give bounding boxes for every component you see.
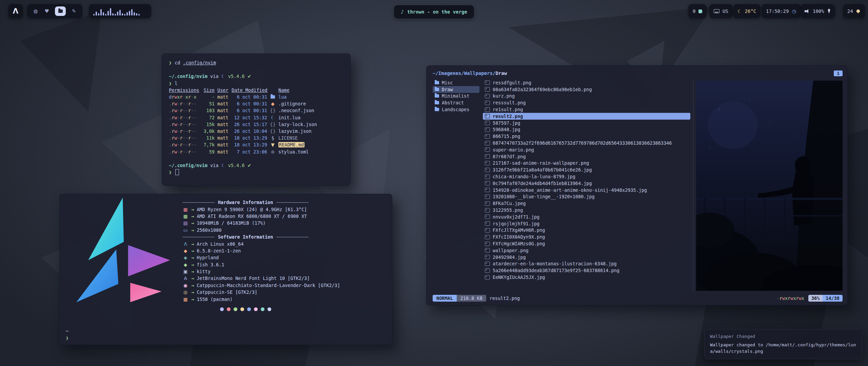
image-file-icon bbox=[485, 208, 490, 212]
file-permissions: .rw-r--r-- bbox=[169, 101, 199, 106]
file-entry[interactable]: 596848.jpg bbox=[483, 126, 690, 133]
cava-bars bbox=[93, 7, 147, 16]
sidebar-folder[interactable]: Abstract bbox=[433, 99, 479, 106]
cava-bar bbox=[98, 13, 99, 16]
file-entry[interactable]: 217167-sad-anime-rain-wallpaper.png bbox=[483, 160, 690, 167]
perm-char: r bbox=[780, 296, 782, 301]
music-note-icon: ♪ bbox=[401, 9, 404, 15]
launcher-button[interactable]: Λ bbox=[8, 4, 23, 18]
perm-char: - bbox=[177, 108, 180, 113]
file-entry[interactable]: FXfcJlTXgAMvH6R.png bbox=[483, 227, 690, 234]
file-entry[interactable]: 20492984.jpg bbox=[483, 254, 690, 261]
file-type-icon: {} bbox=[270, 108, 276, 113]
file-permissions: .rw-r--r-- bbox=[169, 128, 199, 134]
workspace-files-icon[interactable] bbox=[55, 6, 66, 16]
file-entry[interactable]: 87r687df.png bbox=[483, 153, 690, 160]
tab-badge[interactable]: 1 bbox=[834, 70, 843, 76]
file-name: .gitignore bbox=[278, 101, 306, 106]
status-filename: result2.png bbox=[490, 296, 520, 301]
file-entry[interactable]: atardecer-en-la-montanas-ilustracion-634… bbox=[483, 261, 690, 267]
file-entry[interactable]: chica-mirando-la-luna-8799.jpg bbox=[483, 173, 690, 180]
file-entry[interactable]: EeNKYgIUcAAJ5JX.jpg bbox=[483, 274, 690, 281]
keyboard-layout-widget[interactable]: US bbox=[709, 4, 733, 18]
display-icon: ▭ bbox=[182, 227, 189, 233]
info-row: ▦→AMD Ryzen 9 5900X (24) @ 4.9GHz [61.3°… bbox=[182, 206, 309, 212]
file-entry[interactable]: 08a634fa02a32364f69ebc86a98eb1eb.png bbox=[483, 86, 690, 93]
workspace-design-icon[interactable]: ✎ bbox=[71, 6, 77, 16]
file-entry[interactable]: 3126f7e9bbf21a8a4af0b67b041c6e26.jpg bbox=[483, 166, 690, 173]
file-entry[interactable]: FXfcII0X0AQyn9X.png bbox=[483, 233, 690, 240]
file-name: 87r687df.png bbox=[493, 154, 526, 159]
file-entry[interactable]: ressdfgult.png bbox=[483, 79, 690, 86]
updates-widget[interactable]: 0 bbox=[688, 4, 707, 18]
perm-char: . bbox=[169, 101, 172, 106]
palette-dot bbox=[240, 307, 244, 311]
file-entry[interactable]: re1sult.png bbox=[483, 106, 690, 113]
perm-char: - bbox=[194, 108, 196, 113]
file-entry[interactable]: 3122955.png bbox=[483, 207, 690, 214]
file-entry[interactable]: 0c794faf07de24a4db4d4fb1eb813964.jpg bbox=[483, 180, 690, 187]
notification-popup[interactable]: Wallpaper Changed Wallpaper changed to /… bbox=[704, 329, 862, 359]
file-entry[interactable]: 866715.png bbox=[483, 133, 690, 140]
info-row: A→JetBrainsMono Nerd Font Light 10 [GTK2… bbox=[182, 275, 309, 282]
cava-bar bbox=[136, 13, 137, 16]
sidebar-folder[interactable]: Misc bbox=[433, 79, 479, 86]
clock-time: 17:50:29 bbox=[766, 8, 789, 14]
file-entry[interactable]: super-mario.png bbox=[483, 146, 690, 153]
perm-char: - bbox=[194, 135, 196, 141]
workspace-switcher: ◍♥✎ bbox=[27, 4, 82, 18]
folder-icon bbox=[435, 88, 439, 91]
command-cd-arg: .config/nvim bbox=[183, 60, 216, 65]
workspace-browser-icon[interactable]: ◍ bbox=[33, 6, 39, 16]
file-name: re1sult.png bbox=[493, 107, 523, 112]
file-entry[interactable]: 5a266e448add93deab367d87173e9f25-6837886… bbox=[483, 267, 690, 274]
file-entry[interactable]: nnvuv0xj2df71.jpg bbox=[483, 214, 690, 220]
notifications-widget[interactable]: 24 bbox=[843, 4, 865, 18]
file-entry[interactable]: wallpaper.png bbox=[483, 247, 690, 254]
file-row: .rw-r--r--15kmatt26 oct 15:17{}lazy-lock… bbox=[169, 121, 343, 128]
distro-logo bbox=[64, 196, 177, 303]
perm-char: d bbox=[169, 94, 172, 100]
image-file-icon bbox=[485, 248, 490, 252]
file-entry[interactable]: resssult.png bbox=[483, 99, 690, 106]
prompt-path: ~/.config/nvim bbox=[169, 74, 208, 79]
file-name: wallpaper.png bbox=[493, 248, 529, 253]
file-entry[interactable]: 154928-odinokoe_anime-art-anime-okno-sin… bbox=[483, 187, 690, 194]
file-entry[interactable]: 68747470733a2f2f696d616765732d7769786d70… bbox=[483, 140, 690, 146]
prompt-path: ~ bbox=[66, 328, 68, 335]
media-player-widget[interactable]: ♪ thrown - on the verge bbox=[394, 5, 474, 19]
workspace-chat-icon[interactable]: ♥ bbox=[44, 6, 50, 16]
arrow-icon: → bbox=[191, 207, 194, 212]
file-entry[interactable]: rsjqojlmjhf91.jpg bbox=[483, 220, 690, 227]
perm-char: - bbox=[777, 296, 780, 301]
volume-widget[interactable]: 100% bbox=[800, 4, 835, 18]
arrow-icon: → bbox=[191, 227, 194, 233]
arrow-icon: → bbox=[191, 289, 194, 295]
file-entry[interactable]: result2.png bbox=[483, 113, 690, 120]
file-entry[interactable]: 8FKa7Cu.jpeg bbox=[483, 200, 690, 207]
clock-widget[interactable]: 17:50:29 ◷ bbox=[762, 4, 801, 18]
file-entry[interactable]: 19201080-__blue-tinge__-1920×1080.jpg bbox=[483, 194, 690, 200]
palette-dot bbox=[268, 307, 271, 311]
sidebar-folder[interactable]: Landscapes bbox=[433, 106, 479, 113]
weather-widget[interactable]: ☾ 26°C bbox=[733, 4, 761, 18]
terminal-icon: ▣ bbox=[182, 269, 189, 274]
file-name: lua bbox=[278, 94, 287, 100]
bell-icon bbox=[856, 9, 861, 14]
perm-char: r bbox=[188, 122, 191, 127]
cava-bar bbox=[117, 12, 118, 16]
file-manager-panes: MiscDrawMinimalistAbstractLandscapes res… bbox=[433, 79, 843, 292]
file-entry[interactable]: kurz.png bbox=[483, 93, 690, 100]
cpu-icon: ▦ bbox=[182, 207, 189, 212]
file-name: result2.png bbox=[493, 114, 523, 119]
info-row: ▩→AMD ATI Radeon RX 6800/6800 XT / 6900 … bbox=[182, 213, 309, 220]
file-user: matt bbox=[217, 101, 229, 106]
sidebar-folder[interactable]: Draw bbox=[433, 86, 479, 93]
file-user: matt bbox=[217, 142, 229, 147]
perm-char: x bbox=[185, 94, 188, 100]
file-entry[interactable]: FXfcHgcWIAMzs0G.png bbox=[483, 240, 690, 247]
sidebar-folder[interactable]: Minimalist bbox=[433, 93, 479, 100]
image-file-icon bbox=[485, 255, 490, 259]
file-entry[interactable]: 587597.jpg bbox=[483, 120, 690, 126]
arch-icon: Λ bbox=[182, 241, 189, 247]
